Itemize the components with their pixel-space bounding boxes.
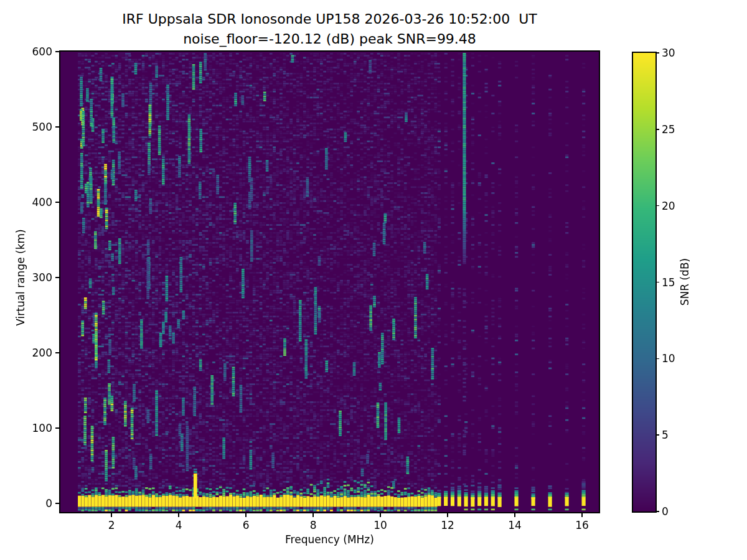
x-tick-label: 14 bbox=[501, 519, 529, 531]
x-tick-mark bbox=[312, 512, 314, 517]
x-axis-label: Frequency (MHz) bbox=[60, 533, 599, 546]
colorbar-label: SNR (dB) bbox=[679, 226, 691, 338]
y-tick-label: 200 bbox=[15, 347, 52, 359]
x-tick-label: 8 bbox=[299, 519, 327, 531]
colorbar-tick-label: 0 bbox=[662, 505, 689, 518]
colorbar-gradient bbox=[633, 53, 655, 511]
chart-subtitle: noise_floor=-120.12 (dB) peak SNR=99.48 bbox=[60, 31, 599, 47]
colorbar-tick-label: 25 bbox=[662, 123, 689, 136]
y-tick-mark bbox=[55, 427, 60, 429]
x-tick-label: 10 bbox=[367, 519, 394, 531]
x-tick-mark bbox=[514, 512, 515, 517]
y-tick-label: 400 bbox=[15, 196, 52, 208]
ionogram-heatmap bbox=[60, 52, 599, 512]
x-tick-mark bbox=[581, 512, 583, 517]
chart-title: IRF Uppsala SDR Ionosonde UP158 2026-03-… bbox=[60, 11, 599, 27]
x-tick-mark bbox=[245, 512, 247, 517]
colorbar-tick-label: 20 bbox=[662, 200, 689, 212]
colorbar-tick-mark bbox=[655, 511, 659, 512]
x-tick-mark bbox=[447, 512, 448, 517]
y-tick-mark bbox=[55, 277, 60, 278]
x-tick-label: 2 bbox=[98, 519, 125, 531]
colorbar-tick-label: 10 bbox=[662, 352, 689, 365]
y-tick-mark bbox=[55, 126, 60, 128]
colorbar-tick-mark bbox=[655, 434, 659, 436]
x-tick-label: 16 bbox=[568, 519, 596, 531]
x-tick-label: 12 bbox=[434, 519, 461, 531]
colorbar-tick-label: 30 bbox=[662, 47, 689, 59]
y-tick-label: 100 bbox=[15, 422, 52, 434]
y-tick-label: 500 bbox=[15, 121, 52, 133]
colorbar-tick-label: 5 bbox=[662, 429, 689, 441]
x-tick-mark bbox=[178, 512, 179, 517]
y-tick-mark bbox=[55, 352, 60, 353]
colorbar-tick-mark bbox=[655, 358, 659, 360]
x-tick-label: 4 bbox=[165, 519, 192, 531]
ionogram-figure: IRF Uppsala SDR Ionosonde UP158 2026-03-… bbox=[0, 0, 747, 560]
x-tick-mark bbox=[111, 512, 112, 517]
y-tick-mark bbox=[55, 51, 60, 52]
colorbar-tick-mark bbox=[655, 282, 659, 283]
y-tick-label: 600 bbox=[15, 45, 52, 58]
colorbar-tick-mark bbox=[655, 129, 659, 130]
x-tick-label: 6 bbox=[232, 519, 260, 531]
colorbar-tick-mark bbox=[655, 205, 659, 207]
colorbar-tick-mark bbox=[655, 52, 659, 54]
y-tick-label: 0 bbox=[15, 497, 52, 510]
y-axis-label: Virtual range (km) bbox=[14, 222, 27, 334]
x-tick-mark bbox=[380, 512, 381, 517]
y-tick-mark bbox=[55, 503, 60, 504]
y-tick-mark bbox=[55, 202, 60, 203]
